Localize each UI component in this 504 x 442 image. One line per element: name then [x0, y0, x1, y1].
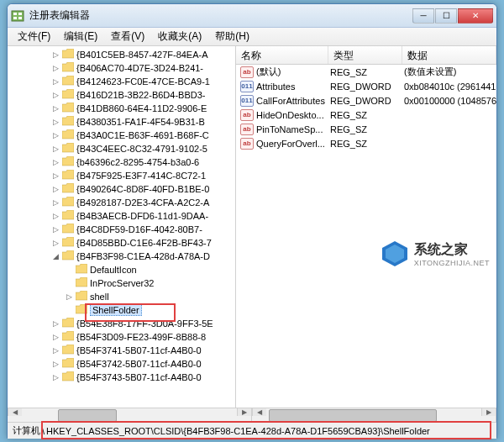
value-row[interactable]: 011AttributesREG_DWORD0xb084010c (296144… [236, 79, 496, 93]
scroll-thumb[interactable] [269, 409, 437, 422]
statusbar: 计算机 \ HKEY_CLASSES_ROOT\CLSID\{B4FB3F98-… [8, 422, 496, 439]
tree-item[interactable]: ▷{B54F3741-5B07-11cf-A4B0-0 [8, 344, 235, 357]
minimize-button[interactable]: ─ [412, 8, 434, 24]
tree-item[interactable]: ▷{B475F925-E3F7-414C-8C72-1 [8, 169, 235, 182]
col-name[interactable]: 名称 [236, 46, 328, 64]
tree-pane[interactable]: ▷{B401C5EB-8457-427F-84EA-A▷{B406AC70-4D… [8, 46, 236, 408]
tree-item[interactable]: ▷{B43A0C1E-B63F-4691-B68F-C [8, 129, 235, 142]
tree-toggle-icon[interactable]: ▷ [51, 158, 60, 166]
list-scrollbar[interactable]: ◀ ▶ [252, 408, 496, 422]
tree-toggle-icon[interactable]: ▷ [51, 171, 60, 180]
col-data[interactable]: 数据 [402, 46, 496, 64]
tree-item[interactable]: ▷{B4380351-FA1F-4F54-9B31-B [8, 115, 235, 129]
tree-item[interactable]: InProcServer32 [8, 276, 235, 290]
value-name: HideOnDeskto... [256, 110, 330, 120]
tree-toggle-icon[interactable]: ▷ [51, 91, 60, 99]
tree-item-label: ShellFolder [90, 304, 142, 316]
window-title: 注册表编辑器 [29, 8, 412, 23]
menubar: 文件(F) 编辑(E) 查看(V) 收藏夹(A) 帮助(H) [8, 28, 496, 46]
tree-toggle-icon[interactable]: ▷ [51, 319, 60, 328]
string-value-icon: ab [240, 66, 254, 78]
tree-item[interactable]: ▷{b46396c2-8295-4754-b3a0-6 [8, 155, 235, 169]
value-type: REG_DWORD [330, 96, 404, 106]
tree-toggle-icon[interactable]: ▷ [51, 118, 60, 126]
folder-icon [60, 250, 76, 262]
tree-item[interactable]: ▷{B41DB860-64E4-11D2-9906-E [8, 102, 235, 115]
tree-item[interactable]: ▷{B54F3742-5B07-11cf-A4B0-0 [8, 357, 235, 371]
tree-toggle-icon[interactable]: ▷ [51, 225, 60, 234]
tree-toggle-icon[interactable]: ▷ [51, 77, 60, 86]
tree-item-label: {B4FB3F98-C1EA-428d-A78A-D [76, 251, 210, 261]
menu-favorites[interactable]: 收藏夹(A) [151, 28, 208, 45]
tree-item[interactable]: ▷{B406AC70-4D7E-3D24-B241- [8, 61, 235, 75]
tree-item-label: {B401C5EB-8457-427F-84EA-A [76, 50, 208, 60]
tree-toggle-icon[interactable]: ▷ [51, 50, 60, 59]
tree-item[interactable]: ▷{B54E38F8-17FF-3D0A-9FF3-5E [8, 317, 235, 330]
svg-rect-0 [12, 11, 24, 21]
value-row[interactable]: ab(默认)REG_SZ(数值未设置) [236, 65, 496, 79]
tree-item[interactable]: ▷{B416D21B-3B22-B6D4-BBD3- [8, 88, 235, 102]
menu-view[interactable]: 查看(V) [104, 28, 151, 45]
tree-item[interactable]: ▷{B4C8DF59-D16F-4042-80B7- [8, 223, 235, 236]
values-pane[interactable]: 名称 类型 数据 ab(默认)REG_SZ(数值未设置)011Attribute… [236, 46, 496, 408]
menu-help[interactable]: 帮助(H) [208, 28, 256, 45]
folder-icon [60, 371, 76, 383]
tree-item-label: {B54F3D09-FE23-499F-8B88-8 [76, 332, 206, 342]
tree-toggle-icon[interactable]: ▷ [65, 292, 73, 301]
scroll-right-button[interactable]: ▶ [481, 408, 496, 416]
col-type[interactable]: 类型 [328, 46, 402, 64]
maximize-button[interactable]: ☐ [435, 8, 457, 24]
folder-icon [60, 224, 76, 235]
tree-item[interactable]: ▷{B490264C-8D8F-40FD-B1BE-0 [8, 182, 235, 196]
value-type: REG_SZ [330, 110, 404, 120]
tree-toggle-icon[interactable]: ▷ [51, 346, 60, 355]
tree-item[interactable]: ▷{B43C4EEC-8C32-4791-9102-5 [8, 142, 235, 155]
tree-toggle-icon[interactable]: ▷ [51, 185, 60, 193]
value-row[interactable]: abPinToNameSp...REG_SZ [236, 122, 496, 136]
tree-item[interactable]: ▷{B4B3AECB-DFD6-11d1-9DAA- [8, 209, 235, 223]
scroll-left-button[interactable]: ◀ [252, 408, 266, 416]
tree-item[interactable]: ▷{B4124623-FC0E-47CE-BCA9-1 [8, 75, 235, 88]
scroll-thumb[interactable] [58, 409, 117, 422]
menu-file[interactable]: 文件(F) [11, 28, 57, 45]
tree-item[interactable]: ◢{B4FB3F98-C1EA-428d-A78A-D [8, 250, 235, 263]
tree-item-label: {B4B3AECB-DFD6-11d1-9DAA- [76, 211, 208, 221]
titlebar[interactable]: 注册表编辑器 ─ ☐ ✕ [8, 4, 496, 28]
tree-item[interactable]: ▷{B54F3D09-FE23-499F-8B88-8 [8, 330, 235, 344]
menu-edit[interactable]: 编辑(E) [57, 28, 104, 45]
tree-toggle-icon[interactable]: ▷ [51, 373, 60, 381]
tree-item-label: {B475F925-E3F7-414C-8C72-1 [76, 171, 206, 181]
tree-toggle-icon[interactable]: ▷ [51, 198, 60, 207]
tree-item[interactable]: ▷{B401C5EB-8457-427F-84EA-A [8, 48, 235, 61]
svg-rect-2 [18, 13, 22, 15]
svg-marker-6 [386, 245, 404, 263]
tree-item[interactable]: ▷{B54F3743-5B07-11cf-A4B0-0 [8, 371, 235, 384]
tree-item[interactable]: DefaultIcon [8, 263, 235, 276]
tree-toggle-icon[interactable]: ▷ [51, 360, 60, 368]
tree-item[interactable]: ▷{B4928187-D2E3-4CFA-A2C2-A [8, 196, 235, 209]
folder-icon [73, 264, 90, 276]
tree-item[interactable]: ▷shell [8, 290, 235, 303]
tree-toggle-icon[interactable]: ◢ [51, 252, 60, 260]
tree-toggle-icon[interactable]: ▷ [51, 333, 60, 341]
scroll-right-button[interactable]: ▶ [237, 408, 251, 416]
tree-toggle-icon[interactable]: ▷ [51, 212, 60, 220]
tree-toggle-icon[interactable]: ▷ [51, 64, 60, 72]
value-row[interactable]: abHideOnDeskto...REG_SZ [236, 108, 496, 122]
scroll-left-button[interactable]: ◀ [8, 408, 22, 416]
value-row[interactable]: 011CallForAttributesREG_DWORD0x00100000 … [236, 93, 496, 108]
tree-item[interactable]: ▷{B4D85BBD-C1E6-4F2B-BF43-7 [8, 236, 235, 250]
folder-icon [60, 358, 76, 370]
content-area: ▷{B401C5EB-8457-427F-84EA-A▷{B406AC70-4D… [8, 46, 496, 408]
tree-toggle-icon[interactable]: ▷ [51, 239, 60, 247]
tree-scrollbar[interactable]: ◀ ▶ [8, 408, 252, 422]
value-row[interactable]: abQueryForOverl...REG_SZ [236, 136, 496, 150]
tree-toggle-icon[interactable]: ▷ [51, 145, 60, 153]
tree-item-label: DefaultIcon [90, 265, 137, 275]
close-button[interactable]: ✕ [458, 8, 493, 24]
tree-toggle-icon[interactable]: ▷ [51, 104, 60, 113]
tree-item[interactable]: ShellFolder [8, 303, 235, 317]
tree-toggle-icon[interactable]: ▷ [51, 131, 60, 139]
folder-icon [60, 197, 76, 208]
tree-item-label: {B4D85BBD-C1E6-4F2B-BF43-7 [76, 238, 212, 248]
